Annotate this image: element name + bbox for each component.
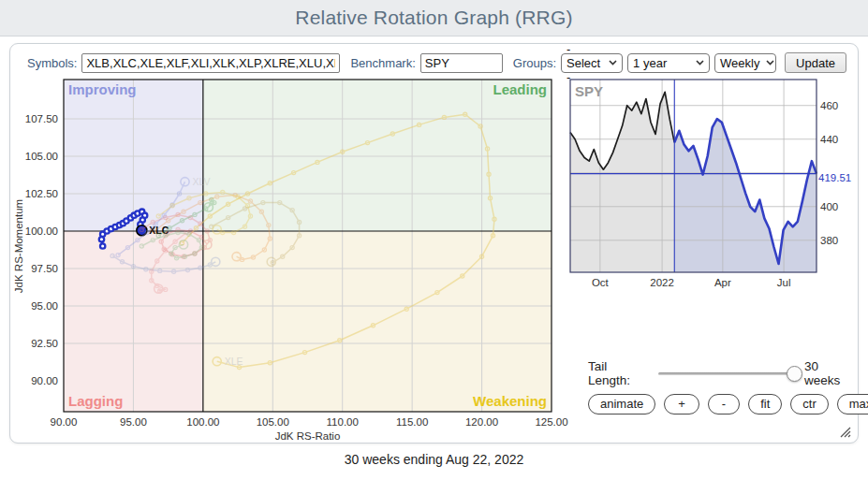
benchmark-input[interactable] <box>420 53 503 73</box>
x-tick-label: 105.00 <box>257 416 289 428</box>
update-button[interactable]: Update <box>785 52 846 73</box>
y-tick-label: 107.50 <box>25 113 58 124</box>
animate-button[interactable]: animate <box>588 394 655 415</box>
y-tick-label: 102.50 <box>25 188 58 199</box>
quadrant-label-leading: Leading <box>493 81 547 97</box>
benchmark-label: Benchmark: <box>350 56 415 70</box>
spy-month-label: Apr <box>714 277 731 288</box>
groups-select[interactable]: - Select - <box>561 53 623 73</box>
chart-caption: 30 weeks ending Aug 22, 2022 <box>0 452 868 467</box>
frequency-select[interactable]: Weekly <box>714 53 776 73</box>
x-tick-label: 115.00 <box>396 416 428 428</box>
y-tick-label: 90.00 <box>31 375 58 386</box>
chevron-down-icon <box>766 60 774 65</box>
frequency-select-value: Weekly <box>720 56 759 70</box>
y-tick-label: 100.00 <box>25 225 58 237</box>
quadrant-leading <box>203 80 552 231</box>
y-tick-label: 95.00 <box>31 300 58 312</box>
spy-price-tick: 460 <box>820 100 838 111</box>
resize-handle-icon[interactable] <box>838 425 851 438</box>
spy-price-tick: 440 <box>820 134 838 145</box>
groups-label: Groups: <box>513 56 556 70</box>
tail-length-knob[interactable] <box>787 366 802 382</box>
symbols-input[interactable] <box>81 53 340 73</box>
app-header: Relative Rotation Graph (RRG) <box>0 0 868 36</box>
y-tick-label: 92.50 <box>31 338 58 349</box>
spy-svg: SPY460440400380419.51Oct2022AprJul <box>563 72 855 336</box>
spy-month-label: 2022 <box>650 277 674 288</box>
y-axis-title: JdK RS-Momentum <box>13 199 24 293</box>
x-tick-label: 95.00 <box>120 416 147 428</box>
page-title: Relative Rotation Graph (RRG) <box>295 7 572 29</box>
tail-length-label: Tail Length: <box>588 359 651 387</box>
rrg-buttons: animate + - fit ctr max <box>588 394 860 415</box>
rrg-svg: ImprovingLeadingLaggingWeakening90.0095.… <box>10 74 572 448</box>
spy-month-label: Jul <box>777 277 791 288</box>
spy-price-tick: 400 <box>820 201 838 212</box>
trail-label-XLV: XLV <box>193 176 211 187</box>
chevron-down-icon <box>609 60 617 65</box>
trail-label-XLE: XLE <box>225 356 243 367</box>
x-axis-title: JdK RS-Ratio <box>275 430 341 442</box>
y-tick-label: 105.00 <box>25 151 58 162</box>
tail-length-control: Tail Length: 30 weeks <box>588 364 856 383</box>
y-tick-label: 97.50 <box>31 263 58 274</box>
x-tick-label: 100.00 <box>186 416 219 428</box>
quadrant-label-improving: Improving <box>68 81 137 97</box>
period-select-value: 1 year <box>633 56 667 70</box>
symbols-label: Symbols: <box>27 56 77 70</box>
spy-symbol-label: SPY <box>575 83 603 99</box>
x-tick-label: 120.00 <box>465 416 498 428</box>
zoom-in-button[interactable]: + <box>664 394 699 415</box>
fit-button[interactable]: fit <box>748 394 782 415</box>
x-tick-label: 110.00 <box>327 416 359 428</box>
spy-chart: SPY460440400380419.51Oct2022AprJul <box>563 72 855 336</box>
tail-length-slider[interactable] <box>658 372 795 375</box>
spy-month-label: Oct <box>592 277 610 288</box>
x-tick-label: 125.00 <box>535 416 567 428</box>
period-select[interactable]: 1 year <box>627 53 710 73</box>
chevron-down-icon <box>696 60 704 65</box>
main-card: Symbols: Benchmark: Groups: - Select - 1… <box>9 43 859 444</box>
ctr-button[interactable]: ctr <box>790 394 828 415</box>
toolbar: Symbols: Benchmark: Groups: - Select - 1… <box>10 51 858 74</box>
max-button[interactable]: max <box>837 394 868 415</box>
x-tick-label: 90.00 <box>51 416 78 428</box>
quadrant-label-lagging: Lagging <box>68 393 123 409</box>
spy-price-tick: 380 <box>820 235 838 246</box>
tail-length-value: 30 weeks <box>804 359 856 387</box>
zoom-out-button[interactable]: - <box>708 394 740 415</box>
rrg-chart[interactable]: ImprovingLeadingLaggingWeakening90.0095.… <box>10 74 572 448</box>
spy-current-price-label: 419.51 <box>818 172 851 183</box>
quadrant-label-weakening: Weakening <box>473 393 547 409</box>
